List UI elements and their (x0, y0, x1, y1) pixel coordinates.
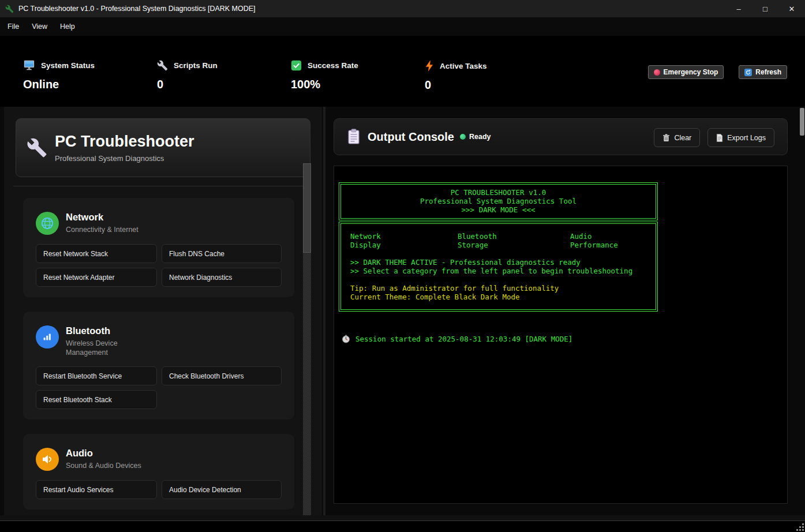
export-logs-button[interactable]: Export Logs (707, 128, 774, 147)
console-message: >> DARK THEME ACTIVE - Professional diag… (350, 258, 656, 267)
category-list: Network Connectivity & Internet Reset Ne… (23, 198, 298, 515)
stat-value: Online (23, 78, 157, 91)
network-diagnostics-button[interactable]: Network Diagnostics (162, 268, 282, 287)
banner-line: PC TROUBLESHOOTER v1.0 (341, 188, 656, 197)
menu-bar: File View Help (0, 17, 805, 36)
section-title: Bluetooth (66, 325, 155, 336)
emergency-stop-label: Emergency Stop (664, 68, 718, 76)
bolt-icon (425, 60, 434, 72)
stat-value: 0 (425, 78, 559, 92)
clear-button[interactable]: Clear (654, 128, 700, 147)
menu-file[interactable]: File (1, 19, 25, 34)
wrench-icon (27, 137, 47, 158)
stat-active-tasks: Active Tasks 0 (425, 60, 559, 92)
category-row: Network Bluetooth Audio (350, 232, 656, 241)
signal-icon (36, 325, 59, 349)
console-panel: Output Console Ready (334, 107, 788, 515)
maximize-button[interactable]: □ (752, 0, 778, 17)
sidebar-scrollbar[interactable] (303, 163, 311, 515)
category-cell: Display (350, 241, 458, 249)
clear-label: Clear (674, 134, 691, 142)
sidebar-scrollbar-thumb[interactable] (303, 163, 311, 253)
stop-circle-icon (654, 69, 660, 76)
restart-bluetooth-service-button[interactable]: Restart Bluetooth Service (36, 366, 157, 385)
stats-bar: System Status Online Scripts Run 0 (0, 36, 805, 107)
divider (13, 186, 310, 186)
ready-status-icon (460, 134, 466, 140)
console-theme-info: Current Theme: Complete Black Dark Mode (350, 293, 656, 301)
monitor-icon (23, 60, 35, 71)
bluetooth-card: Bluetooth Wireless Device Management Res… (23, 312, 294, 419)
flush-dns-cache-button[interactable]: Flush DNS Cache (162, 244, 282, 263)
restart-audio-services-button[interactable]: Restart Audio Services (36, 480, 157, 499)
console-banner-box: PC TROUBLESHOOTER v1.0 Professional Syst… (339, 182, 658, 220)
frame-bottom (0, 515, 805, 520)
reset-bluetooth-stack-button[interactable]: Reset Bluetooth Stack (36, 390, 157, 409)
menu-help[interactable]: Help (54, 19, 81, 34)
banner-line: Professional System Diagnostics Tool (341, 197, 656, 205)
title-bar: PC Troubleshooter v1.0 - Professional Sy… (0, 0, 805, 17)
reset-network-stack-button[interactable]: Reset Network Stack (36, 244, 157, 263)
app-subtitle: Professional System Diagnostics (55, 154, 194, 163)
stat-label: Scripts Run (174, 61, 218, 70)
close-button[interactable]: ✕ (778, 0, 805, 17)
reset-network-adapter-button[interactable]: Reset Network Adapter (36, 268, 157, 287)
minimize-button[interactable]: – (725, 0, 752, 17)
panel-divider[interactable] (323, 107, 325, 515)
session-text: Session started at 2025-08-31 12:03:49 [… (355, 335, 572, 343)
stat-success-rate: Success Rate 100% (291, 60, 425, 92)
app-title: PC Troubleshooter (55, 133, 194, 150)
app-window: PC Troubleshooter v1.0 - Professional Sy… (0, 0, 805, 532)
section-subtitle: Sound & Audio Devices (66, 461, 141, 470)
refresh-label: Refresh (755, 68, 781, 76)
main-area: PC Troubleshooter Professional System Di… (0, 107, 805, 515)
stat-system-status: System Status Online (23, 60, 157, 92)
console-header: Output Console Ready (334, 118, 788, 155)
console-output[interactable]: PC TROUBLESHOOTER v1.0 Professional Syst… (334, 166, 788, 504)
window-scrollbar-thumb[interactable] (800, 108, 804, 136)
network-card: Network Connectivity & Internet Reset Ne… (23, 198, 294, 297)
audio-device-detection-button[interactable]: Audio Device Detection (162, 480, 282, 499)
console-message: >> Select a category from the left panel… (350, 267, 656, 275)
category-cell: Storage (458, 241, 570, 249)
audio-card: Audio Sound & Audio Devices Restart Audi… (23, 434, 294, 509)
banner-line: >>> DARK MODE <<< (341, 205, 656, 214)
stat-scripts-run: Scripts Run 0 (157, 60, 291, 92)
stat-value: 100% (291, 78, 425, 91)
check-bluetooth-drivers-button[interactable]: Check Bluetooth Drivers (162, 366, 282, 385)
category-cell: Network (350, 232, 458, 241)
app-icon (5, 5, 14, 13)
section-title: Network (66, 212, 138, 223)
category-cell: Bluetooth (458, 232, 570, 241)
refresh-button[interactable]: Refresh (739, 65, 787, 79)
section-subtitle: Connectivity & Internet (66, 225, 138, 234)
section-subtitle: Wireless Device Management (66, 339, 155, 357)
refresh-icon (744, 69, 752, 76)
menu-view[interactable]: View (25, 19, 54, 34)
emergency-stop-button[interactable]: Emergency Stop (648, 65, 724, 79)
console-info-box: Network Bluetooth Audio Display Storage … (339, 222, 658, 312)
stat-label: Success Rate (308, 61, 358, 70)
session-line: Session started at 2025-08-31 12:03:49 [… (339, 335, 787, 343)
category-cell: Audio (570, 232, 656, 241)
stat-value: 0 (157, 78, 291, 91)
check-icon (291, 60, 302, 71)
clipboard-icon (347, 129, 361, 145)
window-title: PC Troubleshooter v1.0 - Professional Sy… (18, 5, 256, 13)
trash-icon (662, 134, 670, 142)
clock-icon (342, 335, 350, 343)
globe-icon (36, 212, 59, 235)
category-row: Display Storage Performance (350, 241, 656, 249)
stat-label: Active Tasks (440, 62, 487, 70)
export-logs-label: Export Logs (727, 134, 766, 142)
section-title: Audio (66, 448, 141, 459)
ready-status: Ready (469, 133, 491, 141)
category-cell: Performance (570, 241, 656, 249)
sidebar: PC Troubleshooter Professional System Di… (4, 107, 322, 515)
app-header-card: PC Troubleshooter Professional System Di… (16, 118, 310, 177)
document-icon (716, 134, 723, 142)
console-tip: Tip: Run as Administrator for full funct… (350, 284, 656, 293)
status-bar (0, 520, 805, 532)
speaker-icon (36, 448, 59, 471)
resize-grip-icon[interactable] (797, 524, 804, 531)
